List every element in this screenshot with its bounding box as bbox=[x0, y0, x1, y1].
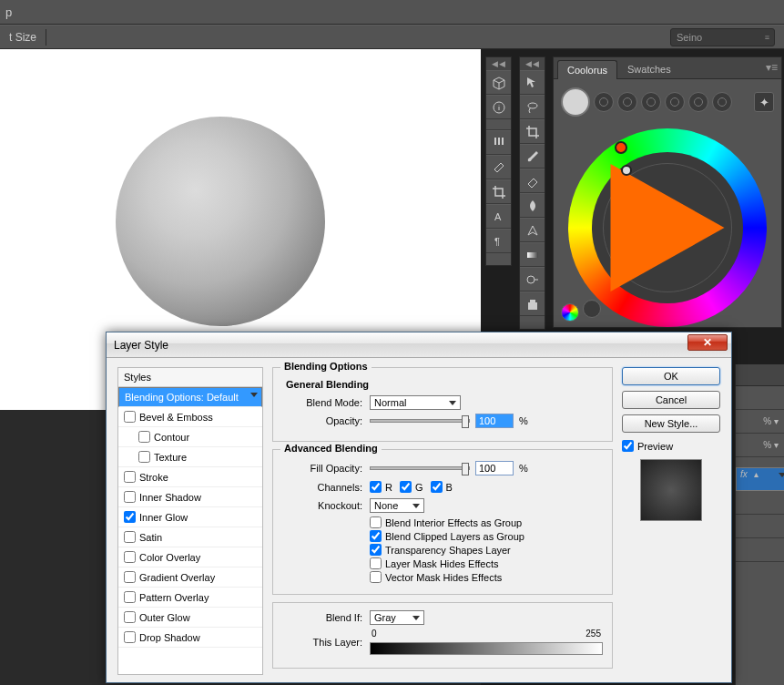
checkbox-innerglow[interactable] bbox=[124, 511, 136, 523]
character-icon[interactable]: A bbox=[486, 204, 511, 229]
style-inner-shadow[interactable]: Inner Shadow bbox=[118, 487, 262, 507]
chk-blend-clipped[interactable]: Blend Clipped Layers as Group bbox=[370, 530, 603, 542]
mode-dot-5[interactable] bbox=[688, 92, 708, 112]
mode-dot-4[interactable] bbox=[665, 92, 685, 112]
knockout-select[interactable]: None bbox=[370, 498, 424, 513]
foreground-color-swatch[interactable] bbox=[561, 87, 590, 117]
pen-tool-icon[interactable] bbox=[520, 218, 545, 242]
style-blending-options[interactable]: Blending Options: Default bbox=[118, 387, 262, 407]
crop-icon[interactable] bbox=[486, 179, 511, 204]
blendmode-label: Blend Mode: bbox=[282, 397, 362, 408]
checkbox-bevel[interactable] bbox=[124, 411, 136, 423]
cube-icon[interactable] bbox=[486, 70, 511, 95]
checkbox-contour[interactable] bbox=[138, 431, 150, 443]
chk-layermask-hides[interactable]: Layer Mask Hides Effects bbox=[370, 557, 603, 569]
newstyle-button[interactable]: New Style... bbox=[622, 414, 720, 433]
coolorus-panel: Coolorus Swatches ▾≡ ✦ bbox=[553, 56, 782, 328]
style-outer-glow[interactable]: Outer Glow bbox=[118, 608, 262, 628]
blendif-select[interactable]: Gray bbox=[370, 610, 424, 625]
workspace-dropdown[interactable]: Seino bbox=[670, 28, 775, 46]
gear-icon[interactable]: ✦ bbox=[754, 92, 774, 112]
menu-letter[interactable]: p bbox=[5, 5, 12, 19]
style-satin[interactable]: Satin bbox=[118, 527, 262, 547]
close-button[interactable]: ✕ bbox=[687, 334, 728, 351]
checkbox-innershadow[interactable] bbox=[124, 491, 136, 503]
smudge-tool-icon[interactable] bbox=[520, 193, 545, 218]
wheel-mode-icon[interactable] bbox=[561, 303, 579, 322]
layer-row-selected[interactable]: fx ▴ bbox=[736, 467, 784, 491]
opacity-input[interactable]: 100 bbox=[475, 414, 514, 428]
lasso-tool-icon[interactable] bbox=[520, 95, 545, 119]
cancel-button[interactable]: Cancel bbox=[622, 391, 720, 409]
checkbox-stroke[interactable] bbox=[124, 471, 136, 483]
tab-swatches[interactable]: Swatches bbox=[617, 59, 681, 78]
layer-row[interactable] bbox=[736, 515, 784, 538]
dodge-tool-icon[interactable] bbox=[520, 267, 545, 291]
svg-point-3 bbox=[528, 103, 537, 108]
layers-blendmode-fragment[interactable] bbox=[736, 386, 784, 410]
style-stroke[interactable]: Stroke bbox=[118, 467, 262, 487]
strip-collapse-icon[interactable]: ◀◀ bbox=[486, 57, 511, 70]
gradient-tool-icon[interactable] bbox=[520, 242, 545, 267]
brushes-icon[interactable] bbox=[486, 130, 511, 155]
brush-settings-icon[interactable] bbox=[486, 155, 511, 179]
color-wheel[interactable] bbox=[568, 128, 767, 327]
layer-row[interactable] bbox=[736, 538, 784, 562]
opacity-slider[interactable] bbox=[370, 419, 470, 423]
panel-menu-icon[interactable]: ▾≡ bbox=[766, 61, 778, 74]
sv-indicator[interactable] bbox=[621, 165, 632, 176]
checkbox-dropshadow[interactable] bbox=[124, 631, 136, 643]
mode-dot-1[interactable] bbox=[594, 92, 614, 112]
channel-r[interactable]: R bbox=[370, 481, 392, 493]
strip-collapse-icon[interactable]: ◀◀ bbox=[520, 57, 545, 70]
mode-dot-3[interactable] bbox=[641, 92, 661, 112]
brush-tool-icon[interactable] bbox=[520, 144, 545, 169]
hue-indicator[interactable] bbox=[615, 141, 627, 154]
layer-row[interactable] bbox=[736, 491, 784, 515]
style-texture[interactable]: Texture bbox=[118, 447, 262, 467]
layers-opacity-fragment[interactable]: % ▾ bbox=[736, 410, 784, 434]
channel-g[interactable]: G bbox=[400, 481, 423, 493]
chk-transparency-shapes[interactable]: Transparency Shapes Layer bbox=[370, 544, 603, 556]
checkbox-satin[interactable] bbox=[124, 531, 136, 543]
style-gradient-overlay[interactable]: Gradient Overlay bbox=[118, 567, 262, 588]
move-tool-icon[interactable] bbox=[520, 70, 545, 95]
dialog-titlebar[interactable]: Layer Style ✕ bbox=[107, 332, 731, 358]
mode-dot-2[interactable] bbox=[617, 92, 637, 112]
advanced-blending-group: Advanced Blending Fill Opacity: 100 % Ch… bbox=[272, 449, 613, 595]
options-fontsize-fragment[interactable]: t Size bbox=[0, 29, 46, 46]
style-color-overlay[interactable]: Color Overlay bbox=[118, 547, 262, 567]
style-pattern-overlay[interactable]: Pattern Overlay bbox=[118, 588, 262, 608]
dialog-right-pane: OK Cancel New Style... Preview bbox=[622, 367, 720, 675]
channels-label: Channels: bbox=[282, 482, 362, 493]
style-contour[interactable]: Contour bbox=[118, 427, 262, 447]
info-icon[interactable] bbox=[486, 95, 511, 119]
checkbox-outerglow[interactable] bbox=[124, 611, 136, 623]
style-inner-glow[interactable]: Inner Glow bbox=[118, 507, 262, 527]
chk-blend-interior[interactable]: Blend Interior Effects as Group bbox=[370, 516, 603, 528]
channel-b[interactable]: B bbox=[431, 481, 453, 493]
thislayer-gradient[interactable] bbox=[370, 642, 603, 655]
clone-tool-icon[interactable] bbox=[520, 291, 545, 316]
eraser-tool-icon[interactable] bbox=[520, 169, 545, 193]
style-bevel-emboss[interactable]: Bevel & Emboss bbox=[118, 407, 262, 427]
swap-icon[interactable] bbox=[583, 300, 601, 318]
paragraph-icon[interactable]: ¶ bbox=[486, 229, 511, 253]
blendmode-select[interactable]: Normal bbox=[370, 395, 461, 410]
chk-vectormask-hides[interactable]: Vector Mask Hides Effects bbox=[370, 571, 603, 583]
crop-tool-icon[interactable] bbox=[520, 119, 545, 144]
checkbox-coloroverlay[interactable] bbox=[124, 551, 136, 563]
checkbox-gradientoverlay[interactable] bbox=[124, 571, 136, 583]
checkbox-patternoverlay[interactable] bbox=[124, 591, 136, 603]
mode-dot-6[interactable] bbox=[712, 92, 732, 112]
preview-checkbox[interactable]: Preview bbox=[622, 440, 720, 452]
fillopacity-slider[interactable] bbox=[370, 466, 470, 470]
layers-fill-fragment[interactable]: % ▾ bbox=[736, 434, 784, 457]
fillopacity-input[interactable]: 100 bbox=[475, 461, 514, 475]
ok-button[interactable]: OK bbox=[622, 367, 720, 385]
color-triangle[interactable] bbox=[611, 164, 725, 291]
thislayer-label: This Layer: bbox=[282, 637, 362, 648]
style-drop-shadow[interactable]: Drop Shadow bbox=[118, 628, 262, 648]
checkbox-texture[interactable] bbox=[138, 451, 150, 463]
tab-coolorus[interactable]: Coolorus bbox=[557, 60, 617, 79]
